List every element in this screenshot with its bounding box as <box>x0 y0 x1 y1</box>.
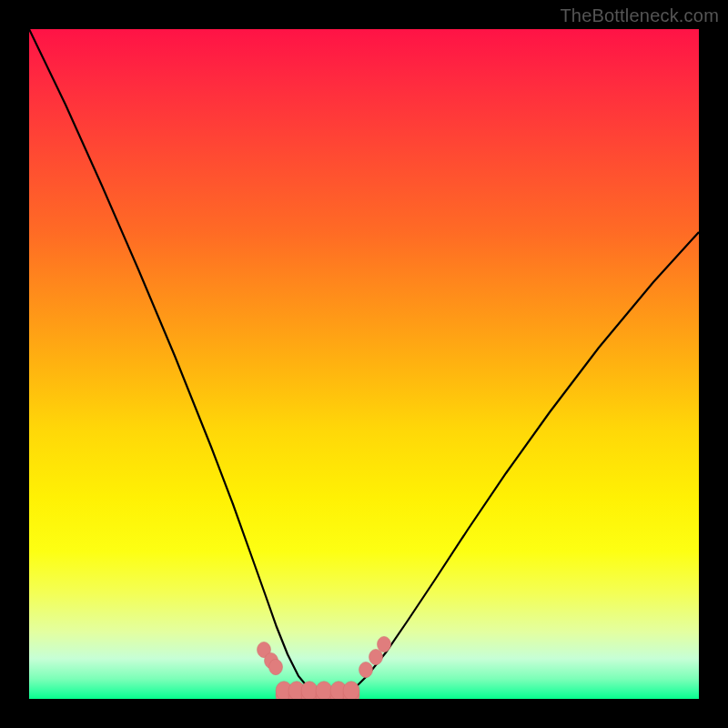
valley-marker-dot <box>316 682 332 699</box>
bottleneck-curve <box>29 29 699 699</box>
valley-marker-dot <box>378 636 391 652</box>
valley-marker-dot <box>343 682 359 699</box>
plot-area <box>29 29 699 699</box>
curve-layer <box>29 29 699 699</box>
valley-markers <box>258 636 391 699</box>
valley-marker-dot <box>269 659 283 674</box>
valley-marker-dot <box>301 682 318 699</box>
valley-marker-dot <box>369 649 383 664</box>
valley-marker-dot <box>359 662 373 677</box>
chart-frame: TheBottleneck.com <box>0 0 728 728</box>
watermark-text: TheBottleneck.com <box>560 5 719 26</box>
